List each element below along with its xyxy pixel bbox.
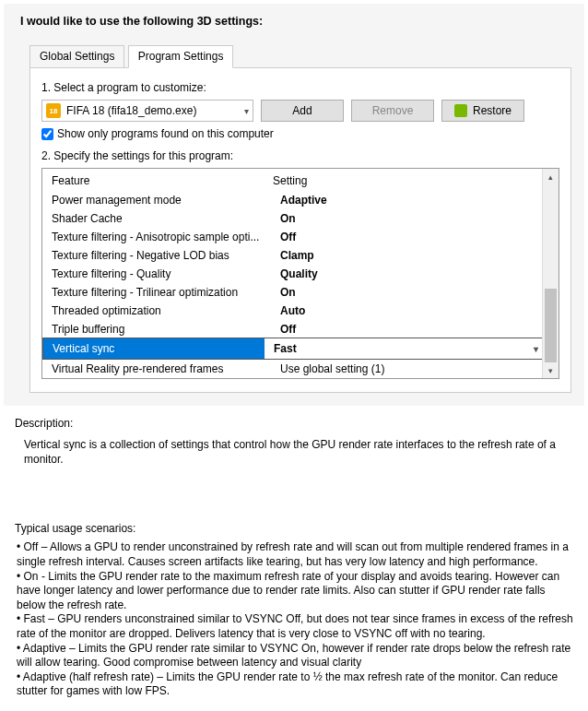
- table-row[interactable]: Shader CacheOn: [42, 209, 543, 228]
- selected-feature: Vertical sync: [43, 338, 265, 359]
- table-header: Feature Setting: [42, 169, 543, 191]
- scroll-thumb[interactable]: [545, 289, 557, 362]
- program-icon: 18: [46, 103, 61, 118]
- tab-program-settings[interactable]: Program Settings: [128, 45, 234, 68]
- show-only-label[interactable]: Show only programs found on this compute…: [57, 127, 274, 140]
- table-row[interactable]: Triple bufferingOff: [42, 320, 543, 338]
- description-section: Description: Vertical sync is a collecti…: [15, 417, 573, 467]
- feature-cell: Texture filtering - Quality: [52, 267, 280, 280]
- setting-cell: Clamp: [280, 249, 534, 262]
- feature-cell: Texture filtering - Negative LOD bias: [52, 249, 280, 262]
- feature-cell: Texture filtering - Trilinear optimizati…: [52, 286, 280, 299]
- feature-cell: Threaded optimization: [52, 304, 280, 317]
- remove-button: Remove: [351, 100, 434, 122]
- chevron-down-icon: ▾: [548, 366, 553, 375]
- feature-cell: Triple buffering: [52, 323, 280, 336]
- scroll-down-button[interactable]: ▾: [543, 362, 559, 378]
- tab-global-settings[interactable]: Global Settings: [29, 45, 124, 67]
- setting-value-dropdown[interactable]: Fast: [265, 342, 542, 355]
- setting-cell: On: [280, 212, 534, 225]
- program-name: FIFA 18 (fifa18_demo.exe): [66, 104, 196, 117]
- show-only-checkbox[interactable]: [41, 128, 53, 140]
- chevron-down-icon: [534, 342, 538, 355]
- scenario-item: • Fast – GPU renders unconstrained simil…: [17, 612, 573, 641]
- description-title: Description:: [15, 417, 573, 430]
- restore-label: Restore: [473, 104, 512, 117]
- chevron-down-icon: [244, 104, 249, 117]
- scenario-item: • Adaptive – Limits the GPU render rate …: [17, 642, 573, 670]
- tab-content-program: 1. Select a program to customize: 18 FIF…: [29, 67, 571, 393]
- selected-setting-row[interactable]: Vertical sync Fast: [42, 338, 543, 360]
- setting-cell: Use global setting (1): [280, 362, 534, 375]
- table-row[interactable]: Virtual Reality pre-rendered frames Use …: [42, 360, 543, 378]
- feature-cell: Texture filtering - Anisotropic sample o…: [52, 231, 280, 243]
- description-body: Vertical sync is a collection of setting…: [24, 437, 573, 467]
- setting-cell: Auto: [280, 304, 534, 317]
- table-row[interactable]: Texture filtering - QualityQuality: [42, 265, 543, 283]
- table-row[interactable]: Texture filtering - Trilinear optimizati…: [42, 283, 543, 302]
- add-button[interactable]: Add: [261, 100, 344, 122]
- nvidia-icon: [454, 104, 467, 117]
- table-row[interactable]: Texture filtering - Anisotropic sample o…: [42, 228, 543, 246]
- feature-cell: Power management mode: [52, 194, 280, 207]
- setting-cell: Off: [280, 323, 534, 336]
- table-row[interactable]: Threaded optimizationAuto: [42, 302, 543, 320]
- scenario-item: • Adaptive (half refresh rate) – Limits …: [17, 670, 573, 699]
- feature-cell: Shader Cache: [52, 212, 280, 225]
- restore-button[interactable]: Restore: [441, 100, 524, 122]
- header-setting: Setting: [273, 174, 534, 187]
- step2-label: 2. Specify the settings for this program…: [41, 149, 559, 162]
- scenario-item: • On - Limits the GPU render rate to the…: [17, 570, 573, 613]
- setting-cell: Quality: [280, 267, 534, 280]
- settings-table: Feature Setting Power management modeAda…: [41, 168, 559, 379]
- table-row[interactable]: Texture filtering - Negative LOD biasCla…: [42, 246, 543, 265]
- feature-cell: Virtual Reality pre-rendered frames: [52, 362, 280, 375]
- setting-cell: Off: [280, 231, 534, 243]
- chevron-up-icon: ▴: [548, 172, 553, 182]
- table-row[interactable]: Power management modeAdaptive: [42, 191, 543, 209]
- setting-cell: On: [280, 286, 534, 299]
- settings-panel: I would like to use the following 3D set…: [4, 4, 584, 406]
- setting-cell: Adaptive: [280, 194, 534, 207]
- panel-heading: I would like to use the following 3D set…: [20, 15, 584, 28]
- header-feature: Feature: [52, 174, 273, 187]
- tab-strip: Global Settings Program Settings 1. Sele…: [29, 44, 584, 393]
- scenarios-list: • Off – Allows a GPU to render unconstra…: [17, 540, 573, 699]
- scenarios-title: Typical usage scenarios:: [15, 522, 588, 535]
- scrollbar[interactable]: ▴ ▾: [542, 169, 559, 378]
- program-dropdown[interactable]: 18 FIFA 18 (fifa18_demo.exe): [41, 100, 253, 122]
- scroll-up-button[interactable]: ▴: [543, 169, 559, 184]
- step1-label: 1. Select a program to customize:: [41, 81, 559, 94]
- scenario-item: • Off – Allows a GPU to render unconstra…: [17, 540, 573, 569]
- selected-value: Fast: [274, 342, 297, 355]
